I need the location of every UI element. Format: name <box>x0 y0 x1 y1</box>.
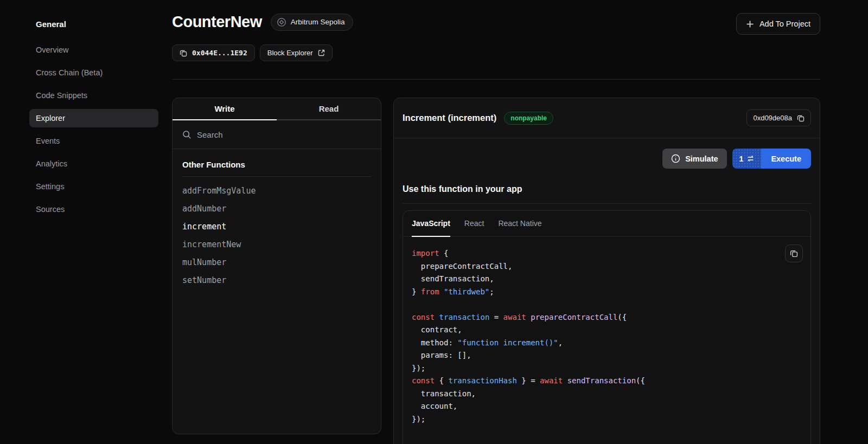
use-function-section: Use this function in your app JavaScript… <box>394 169 820 444</box>
function-item-mulnumber[interactable]: mulNumber <box>182 254 371 272</box>
execute-button[interactable]: Execute <box>761 149 811 169</box>
code-line: contract, <box>412 324 802 337</box>
sidebar-item-events[interactable]: Events <box>29 132 158 150</box>
search-input[interactable] <box>197 130 371 139</box>
code-line: }); <box>412 413 802 426</box>
simulate-button[interactable]: Simulate <box>662 149 726 169</box>
functions-panel: WriteRead Other Functions addFromMsgValu… <box>172 98 381 434</box>
code-line: import { <box>412 247 802 260</box>
simulate-label: Simulate <box>685 155 718 163</box>
function-item-addnumber[interactable]: addNumber <box>182 200 371 218</box>
read-write-tabs: WriteRead <box>173 98 381 120</box>
functions-group-title: Other Functions <box>182 160 371 177</box>
code-line: params: [], <box>412 349 802 362</box>
code-line: account, <box>412 400 802 413</box>
execute-split-button: 1 Execute <box>732 149 811 169</box>
copy-icon <box>790 249 798 258</box>
execute-count-segment[interactable]: 1 <box>732 149 762 169</box>
swap-arrows-icon <box>747 155 754 162</box>
code-line: const { transactionHash } = await sendTr… <box>412 375 802 388</box>
code-tab-react-native[interactable]: React Native <box>498 211 541 237</box>
code-area: import { prepareContractCall, sendTransa… <box>403 237 810 436</box>
main-content: CounterNew Arbitrum Sepolia Add To <box>163 0 868 444</box>
code-tab-react[interactable]: React <box>464 211 484 237</box>
code-line: }); <box>412 362 802 375</box>
app-root: General OverviewCross Chain (Beta)Code S… <box>0 0 868 444</box>
function-title: Increment (increment) <box>403 113 496 123</box>
contract-header: CounterNew Arbitrum Sepolia Add To <box>172 13 820 35</box>
actions-row: Simulate 1 <box>394 138 820 169</box>
code-line: const transaction = await prepareContrac… <box>412 311 802 324</box>
contract-address: 0x044E...1E92 <box>192 49 247 57</box>
sidebar-item-explorer[interactable]: Explorer <box>29 109 158 127</box>
copy-icon <box>180 49 187 57</box>
function-selector: 0xd09de08a <box>753 114 792 122</box>
code-line: sendTransaction, <box>412 273 802 286</box>
sidebar-heading: General <box>36 20 158 29</box>
sidebar: General OverviewCross Chain (Beta)Code S… <box>0 0 163 444</box>
function-item-incrementnew[interactable]: incrementNew <box>182 236 371 254</box>
functions-list: Other Functions addFromMsgValueaddNumber… <box>173 149 381 300</box>
contract-address-pill[interactable]: 0x044E...1E92 <box>172 44 255 61</box>
network-badge[interactable]: Arbitrum Sepolia <box>271 14 353 31</box>
code-snippet: import { prepareContractCall, sendTransa… <box>412 247 802 426</box>
code-line <box>412 298 802 311</box>
code-language-tabs: JavaScriptReactReact Native <box>403 211 810 237</box>
function-item-setnumber[interactable]: setNumber <box>182 272 371 289</box>
sidebar-item-cross-chain-beta[interactable]: Cross Chain (Beta) <box>29 63 158 82</box>
sidebar-item-settings[interactable]: Settings <box>29 177 158 196</box>
search-icon <box>182 130 192 139</box>
add-to-project-label: Add To Project <box>760 20 810 28</box>
sidebar-item-analytics[interactable]: Analytics <box>29 155 158 173</box>
code-line: method: "function increment()", <box>412 337 802 350</box>
use-function-title: Use this function in your app <box>403 184 811 204</box>
block-explorer-pill[interactable]: Block Explorer <box>260 44 333 61</box>
block-explorer-label: Block Explorer <box>267 49 313 57</box>
network-icon <box>277 17 286 27</box>
sidebar-item-overview[interactable]: Overview <box>29 41 158 59</box>
external-link-icon <box>318 49 325 56</box>
add-to-project-button[interactable]: Add To Project <box>736 13 820 35</box>
copy-icon <box>797 114 805 122</box>
network-badge-label: Arbitrum Sepolia <box>291 18 345 26</box>
info-icon <box>671 154 680 163</box>
function-item-addfrommsgvalue[interactable]: addFromMsgValue <box>182 182 371 200</box>
functions-items: addFromMsgValueaddNumberincrementincreme… <box>182 182 371 289</box>
code-snippet-card: JavaScriptReactReact Native import { pre… <box>403 210 811 444</box>
sidebar-item-sources[interactable]: Sources <box>29 200 158 218</box>
header-divider <box>172 79 820 80</box>
code-line: transaction, <box>412 388 802 401</box>
search-bar <box>173 120 381 149</box>
function-selector-pill[interactable]: 0xd09de08a <box>746 110 811 126</box>
copy-code-button[interactable] <box>785 244 803 262</box>
function-detail-header: Increment (increment) nonpayable 0xd09de… <box>394 98 820 138</box>
function-detail-panel: Increment (increment) nonpayable 0xd09de… <box>393 98 820 444</box>
page-title: CounterNew <box>172 13 262 31</box>
contract-links: 0x044E...1E92 Block Explorer <box>172 44 820 61</box>
sidebar-item-code-snippets[interactable]: Code Snippets <box>29 86 158 105</box>
function-item-increment[interactable]: increment <box>182 218 371 236</box>
code-tab-javascript[interactable]: JavaScript <box>412 211 450 237</box>
code-line: prepareContractCall, <box>412 260 802 273</box>
execute-label: Execute <box>771 155 801 163</box>
tab-read[interactable]: Read <box>277 98 381 120</box>
mutability-badge: nonpayable <box>504 112 553 125</box>
tab-write[interactable]: Write <box>173 98 277 120</box>
code-line: } from "thirdweb"; <box>412 286 802 299</box>
execute-count: 1 <box>739 155 744 163</box>
sidebar-nav: OverviewCross Chain (Beta)Code SnippetsE… <box>29 41 158 218</box>
plus-icon <box>746 20 754 28</box>
